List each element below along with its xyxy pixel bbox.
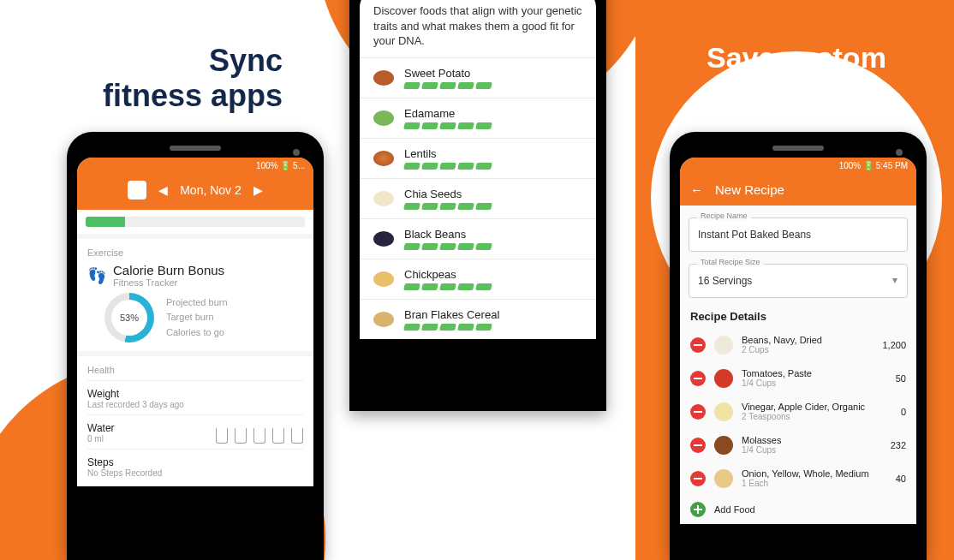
phone-speaker [772, 146, 824, 151]
date-nav: ◀ Mon, Nov 2 ▶ [77, 174, 313, 210]
section-label: Health [87, 365, 303, 375]
ingredient-list: Beans, Navy, Dried 2 Cups 1,200 Tomatoes… [680, 328, 916, 495]
dna-score [404, 203, 492, 210]
steps-sub: No Steps Recorded [87, 468, 303, 478]
water-cups[interactable] [216, 425, 303, 444]
burn-donut [104, 293, 154, 343]
ingredient-calories: 40 [896, 474, 906, 484]
food-row[interactable]: Chickpeas [360, 259, 596, 299]
food-name: Edamame [404, 107, 492, 120]
food-name: Lentils [404, 147, 492, 160]
water-label: Water [87, 422, 115, 434]
remove-icon[interactable] [690, 337, 706, 353]
food-icon [373, 110, 394, 126]
dna-score [404, 82, 492, 89]
ingredient-row[interactable]: Tomatoes, Paste 1/4 Cups 50 [680, 361, 916, 395]
food-row[interactable]: Chia Seeds [360, 178, 596, 218]
dna-score [404, 243, 492, 250]
plus-icon[interactable] [690, 502, 706, 517]
weight-sub: Last recorded 3 days ago [87, 400, 303, 409]
phone-fitness: 100% 🔋 5... ◀ Mon, Nov 2 ▶ Exercise 👣 Ca… [67, 132, 324, 560]
steps-label: Steps [87, 456, 303, 468]
ingredient-name: Molasses [742, 435, 882, 445]
ingredient-name: Vinegar, Apple Cider, Organic [742, 402, 892, 412]
food-row[interactable]: Black Beans [360, 218, 596, 259]
phone-camera [896, 149, 903, 156]
health-card: Health Weight Last recorded 3 days ago W… [77, 356, 313, 486]
food-name: Bran Flakes Cereal [404, 308, 499, 321]
ingredient-icon [714, 369, 733, 388]
food-row[interactable]: Edamame [360, 98, 596, 138]
food-name: Sweet Potato [404, 67, 492, 80]
ingredient-calories: 232 [891, 440, 906, 450]
water-value: 0 ml [87, 434, 115, 444]
dna-score [404, 283, 492, 290]
ingredient-amount: 2 Cups [742, 345, 874, 354]
ingredient-icon [714, 402, 733, 421]
heading-recipe: Save custom recipes [659, 41, 933, 108]
current-date[interactable]: Mon, Nov 2 [180, 183, 241, 197]
section-label: Exercise [87, 247, 303, 258]
dna-score [404, 324, 499, 331]
scale-icon[interactable] [128, 181, 146, 200]
prev-day-button[interactable]: ◀ [158, 183, 168, 197]
heading-sync: Sync fitness apps [0, 43, 283, 114]
phone-dna: Discover foods that align with your gene… [349, 0, 606, 411]
ingredient-row[interactable]: Beans, Navy, Dried 2 Cups 1,200 [680, 328, 916, 361]
food-row[interactable]: Bran Flakes Cereal [360, 299, 596, 339]
status-bar: 100% 🔋 5:45 PM [680, 158, 916, 174]
phone-camera [293, 149, 300, 156]
back-icon[interactable]: ← [690, 182, 703, 197]
screen-dna: Discover foods that align with your gene… [360, 0, 596, 339]
food-row[interactable]: Lentils [360, 138, 596, 178]
heading-dna: Get DNA based food suggestions [343, 435, 617, 498]
food-name: Chia Seeds [404, 188, 492, 200]
food-icon [373, 70, 394, 86]
remove-icon[interactable] [690, 404, 706, 420]
phone-recipe: 100% 🔋 5:45 PM ← New Recipe Recipe Name … [670, 132, 927, 560]
add-food-row[interactable]: Add Food [680, 495, 916, 524]
ingredient-row[interactable]: Vinegar, Apple Cider, Organic 2 Teaspoon… [680, 395, 916, 428]
remove-icon[interactable] [690, 371, 706, 386]
field-legend: Recipe Name [697, 211, 751, 220]
ingredient-amount: 1/4 Cups [742, 378, 887, 388]
recipe-details-label: Recipe Details [680, 298, 916, 328]
food-row[interactable]: Sweet Potato [360, 57, 596, 98]
dna-intro-text: Discover foods that align with your gene… [360, 0, 596, 57]
dna-score [404, 163, 492, 170]
phone-speaker [170, 146, 221, 151]
screen-recipe: 100% 🔋 5:45 PM ← New Recipe Recipe Name … [680, 158, 916, 524]
ingredient-amount: 2 Teaspoons [742, 412, 892, 421]
dna-score [404, 122, 492, 129]
recipe-appbar: ← New Recipe [680, 174, 916, 206]
remove-icon[interactable] [690, 471, 706, 486]
food-name: Black Beans [404, 228, 492, 241]
field-legend: Total Recipe Size [697, 258, 764, 266]
food-name: Chickpeas [404, 268, 492, 281]
dna-food-list: Sweet Potato Edamame Lentils Chia Seeds … [360, 57, 596, 339]
remove-icon[interactable] [690, 438, 706, 453]
screen-fitness: 100% 🔋 5... ◀ Mon, Nov 2 ▶ Exercise 👣 Ca… [77, 158, 313, 486]
ingredient-row[interactable]: Onion, Yellow, Whole, Medium 1 Each 40 [680, 462, 916, 495]
recipe-size-field[interactable]: Total Recipe Size 16 Servings [689, 264, 908, 298]
ingredient-icon [714, 336, 733, 354]
food-icon [373, 231, 394, 247]
ingredient-name: Onion, Yellow, Whole, Medium [742, 468, 887, 479]
ingredient-calories: 1,200 [882, 340, 906, 350]
recipe-name-input[interactable] [689, 217, 908, 252]
recipe-name-field[interactable]: Recipe Name [689, 217, 908, 252]
ingredient-name: Beans, Navy, Dried [742, 335, 874, 345]
food-icon [373, 271, 394, 287]
ingredient-calories: 0 [901, 407, 906, 417]
ingredient-row[interactable]: Molasses 1/4 Cups 232 [680, 428, 916, 462]
recipe-size-select[interactable]: 16 Servings [689, 264, 908, 298]
promo-triptych: Sync fitness apps Get DNA based food sug… [0, 0, 954, 560]
ingredient-amount: 1/4 Cups [742, 445, 882, 455]
daily-progress [77, 210, 313, 234]
weight-label[interactable]: Weight [87, 388, 303, 400]
burn-subtitle: Fitness Tracker [113, 277, 224, 288]
food-icon [373, 151, 394, 166]
ingredient-icon [714, 469, 733, 488]
ingredient-icon [714, 436, 733, 455]
next-day-button[interactable]: ▶ [253, 183, 263, 197]
